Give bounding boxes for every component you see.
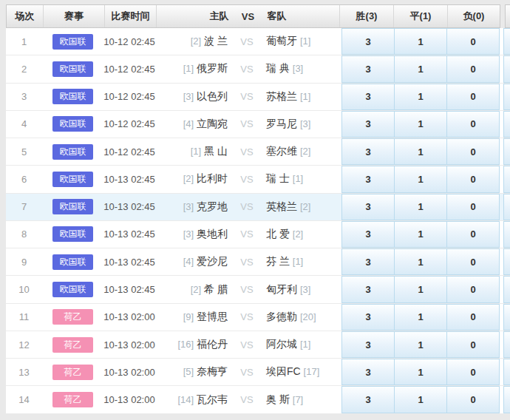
- lose-odds-cell[interactable]: 0: [446, 359, 500, 385]
- draw-odds-cell[interactable]: 1: [394, 55, 447, 82]
- lose-odds-cell[interactable]: 0: [446, 331, 500, 358]
- match-time: 10-13 02:45: [103, 166, 155, 192]
- bet-group: 3 1 0: [341, 84, 500, 110]
- match-time: 10-13 02:45: [103, 194, 155, 220]
- next-group-odds-cell-partial[interactable]: [503, 248, 510, 275]
- next-group-odds-cell-partial[interactable]: [503, 276, 510, 302]
- draw-odds-cell[interactable]: 1: [394, 111, 447, 138]
- win-odds-cell[interactable]: 3: [341, 138, 395, 165]
- away-team: 北 爱: [266, 228, 290, 240]
- league-badge[interactable]: 欧国联: [52, 34, 93, 50]
- next-group-odds-cell-partial[interactable]: [503, 84, 510, 110]
- home-rank: [5]: [183, 366, 194, 377]
- next-group-odds-cell-partial[interactable]: [503, 28, 510, 55]
- league-badge[interactable]: 荷乙: [52, 365, 93, 380]
- lose-odds-cell[interactable]: 0: [446, 55, 500, 82]
- header-teams: 主队 VS 客队: [156, 5, 339, 27]
- lose-odds-cell[interactable]: 0: [446, 386, 500, 413]
- draw-odds-cell[interactable]: 1: [394, 276, 447, 302]
- lose-odds-cell[interactable]: 0: [446, 84, 500, 110]
- league-badge[interactable]: 欧国联: [52, 116, 93, 132]
- league-badge[interactable]: 欧国联: [52, 254, 93, 270]
- next-group-odds-cell-partial[interactable]: [503, 138, 510, 165]
- table-row: 5 欧国联 10-12 02:45 [1] 黑 山 VS 塞尔维 [2] 3 1…: [6, 138, 510, 166]
- lose-odds-cell[interactable]: 0: [446, 166, 500, 192]
- win-odds-cell[interactable]: 3: [341, 111, 395, 138]
- draw-odds-cell[interactable]: 1: [394, 304, 447, 331]
- draw-odds-cell[interactable]: 1: [394, 386, 447, 413]
- away-rank: [2]: [300, 201, 310, 212]
- win-odds-cell[interactable]: 3: [341, 55, 395, 82]
- league-cell: 欧国联: [42, 84, 103, 110]
- bet-group: 3 1 0: [341, 28, 500, 55]
- draw-odds-cell[interactable]: 1: [394, 194, 447, 220]
- lose-odds-cell[interactable]: 0: [446, 221, 500, 248]
- match-time: 10-13 02:45: [103, 248, 155, 275]
- league-badge[interactable]: 欧国联: [52, 61, 93, 77]
- win-odds-cell[interactable]: 3: [341, 221, 395, 248]
- match-number: 7: [6, 194, 42, 220]
- win-odds-cell[interactable]: 3: [341, 359, 395, 385]
- league-badge[interactable]: 荷乙: [52, 392, 93, 407]
- win-odds-cell[interactable]: 3: [341, 28, 395, 55]
- home-rank: [3]: [183, 201, 194, 212]
- away-team-cell: 瑞 士 [1]: [262, 172, 339, 186]
- vs-label: VS: [232, 146, 262, 158]
- draw-odds-cell[interactable]: 1: [394, 138, 447, 165]
- home-team-cell: [1] 俄罗斯: [155, 62, 232, 75]
- league-cell: 荷乙: [42, 304, 103, 331]
- next-group-odds-cell-partial[interactable]: [503, 304, 510, 331]
- lose-odds-cell[interactable]: 0: [446, 138, 500, 165]
- lose-odds-cell[interactable]: 0: [446, 28, 500, 55]
- next-group-odds-cell-partial[interactable]: [503, 111, 510, 138]
- draw-odds-cell[interactable]: 1: [394, 359, 447, 385]
- lose-odds-cell[interactable]: 0: [446, 248, 500, 275]
- table-row: 2 欧国联 10-12 02:45 [1] 俄罗斯 VS 瑞 典 [3] 3 1…: [6, 55, 510, 83]
- bet-group: 3 1 0: [341, 304, 500, 331]
- league-badge[interactable]: 荷乙: [52, 337, 93, 353]
- match-odds-page: 场次 赛事 比赛时间 主队 VS 客队 胜(3) 平(1) 负(0) 1 欧国联…: [0, 0, 510, 420]
- win-odds-cell[interactable]: 3: [341, 84, 395, 110]
- match-time: 10-13 02:45: [103, 276, 155, 302]
- league-cell: 欧国联: [42, 166, 103, 192]
- draw-odds-cell[interactable]: 1: [394, 84, 447, 110]
- win-odds-cell[interactable]: 3: [341, 166, 395, 192]
- table-row: 7 欧国联 10-13 02:45 [3] 克罗地 VS 英格兰 [2] 3 1…: [6, 194, 510, 221]
- draw-odds-cell[interactable]: 1: [394, 28, 447, 55]
- teams-cell: [2] 比利时 VS 瑞 士 [1]: [155, 166, 339, 192]
- next-group-odds-cell-partial[interactable]: [503, 166, 510, 192]
- league-badge[interactable]: 欧国联: [52, 226, 93, 242]
- lose-odds-cell[interactable]: 0: [446, 194, 500, 220]
- bet-group: 3 1 0: [341, 138, 500, 165]
- next-group-odds-cell-partial[interactable]: [503, 55, 510, 82]
- win-odds-cell[interactable]: 3: [341, 386, 395, 413]
- win-odds-cell[interactable]: 3: [341, 304, 395, 331]
- win-odds-cell[interactable]: 3: [341, 248, 395, 275]
- draw-odds-cell[interactable]: 1: [394, 248, 447, 275]
- next-group-odds-cell-partial[interactable]: [503, 359, 510, 385]
- draw-odds-cell[interactable]: 1: [394, 221, 447, 248]
- next-group-odds-cell-partial[interactable]: [503, 194, 510, 220]
- away-rank: [1]: [300, 339, 310, 350]
- teams-cell: [5] 奈梅亨 VS 埃因FC [17]: [155, 359, 339, 385]
- league-badge[interactable]: 荷乙: [52, 309, 93, 325]
- league-badge[interactable]: 欧国联: [52, 172, 93, 187]
- draw-odds-cell[interactable]: 1: [394, 166, 447, 192]
- win-odds-cell[interactable]: 3: [341, 194, 395, 220]
- lose-odds-cell[interactable]: 0: [446, 111, 500, 138]
- league-badge[interactable]: 欧国联: [52, 89, 93, 104]
- lose-odds-cell[interactable]: 0: [446, 304, 500, 331]
- header-home-team: 主队: [157, 10, 234, 23]
- lose-odds-cell[interactable]: 0: [446, 276, 500, 302]
- next-group-odds-cell-partial[interactable]: [503, 221, 510, 248]
- league-badge[interactable]: 欧国联: [52, 144, 93, 160]
- next-group-odds-cell-partial[interactable]: [503, 331, 510, 358]
- home-rank: [9]: [183, 311, 194, 322]
- league-badge[interactable]: 欧国联: [52, 199, 93, 214]
- away-team-cell: 埃因FC [17]: [262, 365, 339, 379]
- win-odds-cell[interactable]: 3: [341, 331, 395, 358]
- draw-odds-cell[interactable]: 1: [394, 331, 447, 358]
- win-odds-cell[interactable]: 3: [341, 276, 395, 302]
- next-group-odds-cell-partial[interactable]: [503, 386, 510, 413]
- league-badge[interactable]: 欧国联: [52, 282, 93, 297]
